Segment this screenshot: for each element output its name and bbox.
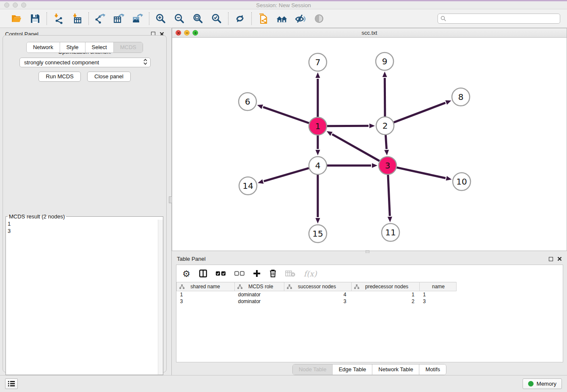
new-network-from-selection-icon[interactable] bbox=[257, 13, 269, 25]
mcds-result-legend: MCDS result (2 nodes) bbox=[8, 213, 66, 220]
mcds-result-scrollbar[interactable] bbox=[158, 220, 163, 375]
task-list-icon bbox=[8, 381, 15, 386]
hierarchy-icon bbox=[179, 284, 184, 289]
zoom-selected-icon[interactable] bbox=[211, 13, 223, 25]
open-session-icon[interactable] bbox=[11, 13, 22, 25]
search-icon bbox=[440, 16, 446, 22]
run-mcds-button[interactable]: Run MCDS bbox=[39, 72, 81, 82]
memory-button[interactable]: Memory bbox=[523, 378, 562, 389]
tab-edge-table[interactable]: Edge Table bbox=[333, 364, 372, 375]
criterion-value: strongly connected component bbox=[24, 59, 99, 66]
export-network-icon[interactable] bbox=[94, 13, 106, 25]
node-table-container: ⚙ f(x) shared bbox=[176, 265, 563, 362]
apply-layout-icon[interactable] bbox=[234, 13, 246, 25]
table-row[interactable]: 3 dominator 3 2 3 bbox=[177, 298, 563, 305]
column-header-successor-nodes[interactable]: successor nodes bbox=[284, 282, 352, 291]
cell-mcds-role[interactable]: dominator bbox=[235, 291, 284, 298]
cell-name[interactable]: 3 bbox=[420, 298, 457, 305]
zoom-fit-icon[interactable] bbox=[192, 13, 204, 25]
tab-motifs[interactable]: Motifs bbox=[419, 364, 446, 375]
search-input[interactable] bbox=[438, 14, 560, 24]
deselect-all-icon[interactable] bbox=[234, 268, 245, 279]
control-panel: Control Panel Network Style Select MCDS … bbox=[0, 28, 169, 375]
graph-edge-2-9[interactable] bbox=[385, 78, 385, 116]
graph-edge-3-10[interactable] bbox=[396, 168, 445, 178]
column-header-name[interactable]: name bbox=[420, 282, 457, 291]
show-graphics-details-icon[interactable] bbox=[313, 13, 325, 25]
table-toolbar: ⚙ f(x) bbox=[176, 265, 563, 282]
hierarchy-icon bbox=[237, 284, 242, 289]
tab-network[interactable]: Network bbox=[27, 42, 60, 52]
network-graph: 7968124314101511 bbox=[172, 38, 567, 251]
cell-shared-name[interactable]: 1 bbox=[177, 291, 235, 298]
task-history-button[interactable] bbox=[5, 378, 18, 389]
cell-name[interactable]: 1 bbox=[420, 291, 457, 298]
mcds-result-text[interactable]: 1 3 bbox=[6, 220, 158, 375]
table-header-row: shared name MCDS role successor nodes pr… bbox=[177, 282, 563, 291]
select-all-icon[interactable] bbox=[216, 268, 226, 279]
graph-edge-1-6[interactable] bbox=[263, 107, 309, 123]
mcds-panel: Optimization criterion: strongly connect… bbox=[3, 35, 167, 373]
cell-predecessor-nodes[interactable]: 2 bbox=[352, 298, 420, 305]
column-header-shared-name[interactable]: shared name bbox=[177, 282, 235, 291]
float-table-panel-icon[interactable] bbox=[549, 257, 553, 261]
table-row[interactable]: 1 dominator 4 1 1 bbox=[177, 291, 563, 298]
status-bar: Memory bbox=[0, 375, 567, 392]
graph-edge-4-14[interactable] bbox=[264, 168, 308, 181]
node-table: shared name MCDS role successor nodes pr… bbox=[176, 282, 563, 305]
graph-node-label: 14 bbox=[242, 181, 253, 191]
column-header-mcds-role[interactable]: MCDS role bbox=[235, 282, 284, 291]
import-table-icon[interactable] bbox=[71, 13, 83, 25]
delete-column-icon[interactable] bbox=[269, 268, 277, 279]
tab-network-table[interactable]: Network Table bbox=[372, 364, 419, 375]
close-table-panel-icon[interactable] bbox=[557, 257, 562, 261]
graph-arrowhead bbox=[383, 72, 387, 77]
graph-arrowhead bbox=[384, 150, 389, 155]
network-canvas[interactable]: 7968124314101511 bbox=[172, 38, 567, 251]
graph-edge-3-11[interactable] bbox=[388, 175, 390, 216]
export-image-icon[interactable] bbox=[132, 13, 143, 25]
cell-successor-nodes[interactable]: 4 bbox=[284, 291, 352, 298]
table-tab-bar: Node Table Edge Table Network Table Moti… bbox=[292, 364, 446, 375]
memory-status-icon bbox=[528, 381, 534, 386]
graph-node-label: 7 bbox=[315, 57, 321, 67]
graph-edge-1-2[interactable] bbox=[327, 126, 369, 126]
graph-edge-3-1[interactable] bbox=[332, 134, 380, 161]
import-network-icon[interactable] bbox=[52, 13, 64, 25]
cell-shared-name[interactable]: 3 bbox=[177, 298, 235, 305]
graph-edge-2-3[interactable] bbox=[385, 135, 386, 149]
add-column-icon[interactable] bbox=[253, 268, 261, 279]
cell-mcds-role[interactable]: dominator bbox=[235, 298, 284, 305]
column-header-predecessor-nodes[interactable]: predecessor nodes bbox=[352, 282, 420, 291]
function-builder-icon[interactable]: f(x) bbox=[304, 268, 317, 279]
network-window-titlebar[interactable]: scc.txt bbox=[172, 28, 567, 38]
graph-node-label: 2 bbox=[383, 121, 388, 131]
tab-select[interactable]: Select bbox=[85, 42, 114, 52]
graph-node-label: 10 bbox=[456, 177, 467, 187]
settings-gear-icon[interactable]: ⚙ bbox=[182, 268, 190, 279]
graph-node-label: 8 bbox=[458, 92, 464, 102]
tab-style[interactable]: Style bbox=[60, 42, 85, 52]
graph-edge-2-8[interactable] bbox=[394, 103, 446, 122]
hide-selected-icon[interactable] bbox=[295, 13, 306, 25]
export-table-icon[interactable] bbox=[113, 13, 125, 25]
first-neighbors-icon[interactable] bbox=[276, 13, 288, 25]
criterion-select[interactable]: strongly connected component bbox=[19, 58, 151, 67]
delete-table-icon[interactable] bbox=[285, 268, 295, 279]
hierarchy-icon bbox=[354, 284, 359, 289]
memory-label: Memory bbox=[537, 381, 556, 387]
save-session-icon[interactable] bbox=[29, 13, 41, 25]
split-columns-icon[interactable] bbox=[199, 268, 207, 279]
table-panel: Table Panel ⚙ f bbox=[172, 253, 567, 375]
tab-node-table[interactable]: Node Table bbox=[293, 364, 333, 375]
tab-mcds[interactable]: MCDS bbox=[114, 42, 143, 52]
graph-node-label: 15 bbox=[312, 229, 323, 239]
cell-predecessor-nodes[interactable]: 1 bbox=[352, 291, 420, 298]
main-toolbar bbox=[0, 9, 567, 28]
graph-node-label: 3 bbox=[385, 160, 391, 171]
zoom-out-icon[interactable] bbox=[173, 13, 185, 25]
graph-arrowhead bbox=[446, 176, 452, 181]
cell-successor-nodes[interactable]: 3 bbox=[284, 298, 352, 305]
close-panel-button[interactable]: Close panel bbox=[87, 72, 131, 82]
zoom-in-icon[interactable] bbox=[155, 13, 167, 25]
